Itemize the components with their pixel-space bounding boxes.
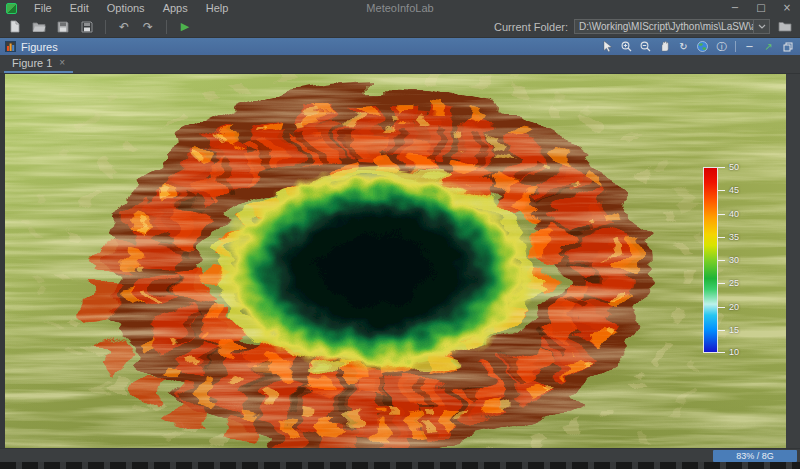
info-icon: ⓘ: [717, 42, 727, 52]
current-folder-zone: Current Folder: D:\Working\MIScript\Jyth…: [494, 18, 794, 36]
status-bar: 83% / 8G: [0, 448, 800, 462]
menu-help[interactable]: Help: [197, 0, 238, 16]
float-panel-button[interactable]: ↗: [761, 40, 776, 54]
minimize-button[interactable]: −: [722, 0, 748, 16]
redo-icon: ↷: [143, 21, 153, 33]
pointer-tool-button[interactable]: [600, 40, 615, 54]
typhoon-figure[interactable]: [5, 74, 786, 448]
globe-button[interactable]: [695, 40, 710, 54]
redo-button[interactable]: ↷: [139, 18, 157, 36]
menu-file[interactable]: File: [25, 0, 61, 16]
pointer-icon: [603, 41, 613, 52]
close-button[interactable]: ×: [774, 0, 800, 16]
app-logo-icon: [6, 3, 17, 14]
menu-options[interactable]: Options: [98, 0, 154, 16]
save-button[interactable]: [54, 18, 72, 36]
zoom-out-icon: [640, 41, 651, 52]
identify-button[interactable]: ⓘ: [714, 40, 729, 54]
tab-label: Figure 1: [12, 57, 52, 69]
bottom-strip: [0, 462, 800, 469]
figure-tab-bar: Figure 1 ×: [0, 55, 800, 74]
zoom-out-button[interactable]: [638, 40, 653, 54]
tab-figure-1[interactable]: Figure 1 ×: [4, 55, 73, 73]
toolbar-separator: [105, 20, 106, 34]
browse-folder-button[interactable]: [776, 18, 794, 36]
window-controls: − □ ×: [722, 0, 800, 16]
current-folder-label: Current Folder:: [494, 21, 568, 33]
undo-icon: ↶: [119, 21, 129, 33]
pan-tool-button[interactable]: [657, 40, 672, 54]
rotate-tool-button[interactable]: ↻: [676, 40, 691, 54]
zoom-in-button[interactable]: [619, 40, 634, 54]
chevron-down-icon: [758, 24, 766, 29]
run-icon: ▶: [181, 21, 189, 32]
canvas-right-gutter: [786, 74, 800, 448]
title-bar: File Edit Options Apps Help MeteoInfoLab…: [0, 0, 800, 16]
tab-close-icon[interactable]: ×: [59, 58, 65, 68]
run-button[interactable]: ▶: [176, 18, 194, 36]
float-panel-icon: ↗: [764, 42, 772, 52]
restore-panel-button[interactable]: [780, 40, 795, 54]
save-icon: [57, 21, 69, 33]
globe-icon: [697, 41, 708, 52]
figure-canvas-area: 50 45 40 35 30 25 20 15 10: [0, 74, 800, 448]
zoom-in-icon: [621, 41, 632, 52]
open-button[interactable]: [30, 18, 48, 36]
restore-panel-icon: [783, 42, 793, 52]
typhoon-eye: [219, 170, 535, 370]
rotate-icon: ↻: [679, 42, 687, 52]
current-folder-value[interactable]: D:\Working\MIScript\Jython\mis\LaSW\airs…: [575, 21, 753, 32]
figures-toolbar: ↻ ⓘ − ↗: [600, 40, 795, 54]
save-as-icon: [81, 21, 93, 33]
menu-edit[interactable]: Edit: [61, 0, 98, 16]
new-script-button[interactable]: [6, 18, 24, 36]
toolbar-separator: [166, 20, 167, 34]
figures-panel-icon: [5, 41, 16, 52]
undo-button[interactable]: ↶: [115, 18, 133, 36]
panel-separator: [735, 41, 736, 52]
minimize-panel-icon: −: [745, 42, 753, 52]
current-folder-combobox[interactable]: D:\Working\MIScript\Jython\mis\LaSW\airs…: [574, 19, 770, 34]
menu-apps[interactable]: Apps: [154, 0, 197, 16]
save-as-button[interactable]: [78, 18, 96, 36]
hand-pan-icon: [659, 41, 670, 52]
new-file-icon: [9, 20, 21, 33]
minimize-panel-button[interactable]: −: [742, 40, 757, 54]
open-folder-icon: [32, 21, 46, 33]
current-folder-dropdown[interactable]: [753, 20, 769, 33]
memory-usage-badge[interactable]: 83% / 8G: [713, 450, 797, 462]
figures-panel-header[interactable]: Figures: [0, 38, 800, 55]
meteoinfolab-window: File Edit Options Apps Help MeteoInfoLab…: [0, 0, 800, 469]
maximize-button[interactable]: □: [748, 0, 774, 16]
main-toolbar: ↶ ↷ ▶ Current Folder: D:\Working\MIScrip…: [0, 16, 800, 38]
toolbar-icons: ↶ ↷ ▶: [6, 18, 194, 36]
figures-panel-title: Figures: [21, 41, 58, 53]
browse-folder-icon: [778, 21, 792, 32]
